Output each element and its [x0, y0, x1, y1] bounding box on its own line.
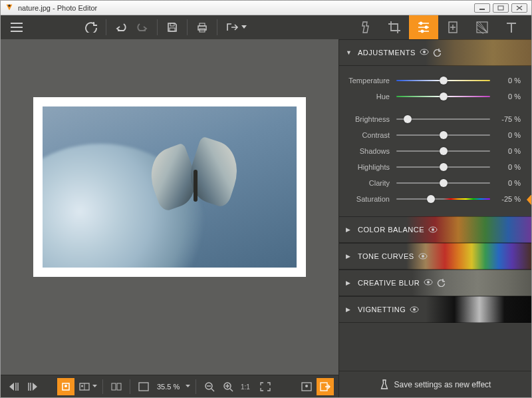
svg-rect-2 — [498, 6, 503, 10]
svg-point-24 — [305, 385, 308, 387]
svg-rect-17 — [112, 383, 116, 390]
save-as-effect-button[interactable]: Save settings as new effect — [339, 371, 531, 397]
collapse-icon: ▼ — [346, 49, 352, 56]
expand-icon: ▶ — [346, 280, 352, 286]
undo-button[interactable] — [112, 18, 130, 37]
slider-shadows[interactable]: Shadows 0 % — [339, 143, 522, 159]
slider-contrast[interactable]: Contrast 0 % — [339, 127, 522, 143]
tab-effects[interactable] — [350, 15, 380, 39]
svg-rect-19 — [139, 383, 148, 391]
window-title: nature.jpg - Photo Editor — [18, 4, 97, 12]
slider-hue[interactable]: Hue 0 % — [339, 89, 522, 104]
zoom-value[interactable]: 35.5 % — [153, 383, 184, 391]
expand-icon: ▶ — [346, 226, 352, 233]
svg-point-27 — [423, 51, 426, 53]
svg-point-14 — [65, 385, 67, 387]
fit-screen-button[interactable] — [135, 378, 152, 395]
view-single-button[interactable] — [57, 378, 74, 395]
expand-icon: ▶ — [346, 253, 352, 260]
section-vignetting[interactable]: ▶ VIGNETTING — [339, 296, 531, 323]
maximize-button[interactable] — [493, 3, 509, 13]
section-label: TONE CURVES — [358, 252, 414, 260]
save-button[interactable] — [163, 18, 182, 37]
next-image-button[interactable] — [24, 378, 41, 395]
export-button[interactable] — [223, 18, 241, 37]
eye-icon[interactable] — [418, 253, 428, 260]
slider-saturation[interactable]: Saturation -25 % — [339, 191, 522, 207]
slider-temperature[interactable]: Temperature 0 % — [339, 73, 522, 89]
zoom-in-button[interactable] — [219, 378, 237, 395]
top-toolbar — [1, 15, 531, 39]
slider-clarity[interactable]: Clarity 0 % — [339, 175, 522, 191]
redo-button[interactable] — [133, 18, 152, 37]
eye-icon[interactable] — [428, 226, 438, 233]
svg-point-35 — [413, 308, 416, 311]
adjust-panel: ▼ ADJUSTMENTS Temperature 0 % Hue 0 % — [338, 39, 531, 397]
titlebar: nature.jpg - Photo Editor — [1, 1, 531, 15]
adjustments-body: Temperature 0 % Hue 0 % Brightness -75 %… — [339, 66, 531, 216]
svg-point-8 — [420, 22, 423, 25]
close-button[interactable] — [511, 3, 527, 13]
view-split-button[interactable] — [108, 378, 125, 395]
svg-point-10 — [421, 30, 424, 33]
reset-icon[interactable] — [433, 49, 441, 57]
svg-point-29 — [432, 228, 434, 231]
menu-button[interactable] — [7, 18, 26, 37]
undo-all-button[interactable] — [82, 18, 100, 37]
expand-icon: ▶ — [346, 306, 352, 313]
tab-text[interactable] — [497, 15, 526, 39]
svg-text:1:1: 1:1 — [241, 383, 250, 391]
apply-in-button[interactable] — [298, 378, 315, 395]
section-tone-curves[interactable]: ▶ TONE CURVES — [339, 243, 531, 270]
section-label: ADJUSTMENTS — [358, 49, 416, 57]
app-icon — [5, 3, 14, 13]
section-creative-blur[interactable]: ▶ CREATIVE BLUR — [339, 270, 531, 296]
section-adjustments[interactable]: ▼ ADJUSTMENTS — [339, 39, 531, 66]
slider-brightness[interactable]: Brightness -75 % — [339, 111, 522, 127]
section-color-balance[interactable]: ▶ COLOR BALANCE — [339, 216, 531, 243]
bottom-toolbar: 35.5 % 1:1 — [1, 375, 338, 397]
svg-point-31 — [422, 255, 424, 258]
svg-point-0 — [8, 4, 11, 7]
section-label: VIGNETTING — [358, 305, 406, 313]
slider-highlights[interactable]: Highlights 0 % — [339, 159, 522, 175]
apply-out-button[interactable] — [317, 378, 334, 395]
canvas[interactable] — [1, 39, 338, 375]
zoom-fit-button[interactable] — [257, 378, 274, 395]
minimize-button[interactable] — [474, 3, 490, 13]
save-effect-label: Save settings as new effect — [394, 380, 491, 389]
export-dropdown-icon[interactable] — [240, 18, 248, 37]
svg-rect-1 — [479, 9, 485, 10]
svg-point-33 — [427, 281, 430, 284]
prev-image-button[interactable] — [5, 378, 23, 395]
tab-adjust[interactable] — [409, 15, 438, 39]
zoom-actual-button[interactable]: 1:1 — [238, 378, 255, 395]
eye-icon[interactable] — [420, 49, 429, 57]
svg-rect-18 — [117, 383, 121, 390]
flask-icon — [380, 379, 389, 390]
svg-point-9 — [425, 26, 428, 29]
print-button[interactable] — [193, 18, 211, 37]
section-label: CREATIVE BLUR — [358, 279, 420, 287]
eye-icon[interactable] — [410, 306, 419, 313]
view-compare-dropdown-icon[interactable] — [91, 378, 98, 395]
eye-icon[interactable] — [424, 279, 433, 287]
svg-point-16 — [81, 385, 83, 387]
section-label: COLOR BALANCE — [358, 226, 424, 234]
zoom-dropdown-icon[interactable] — [184, 378, 191, 395]
reset-icon[interactable] — [437, 279, 445, 287]
image-preview — [33, 97, 306, 277]
zoom-out-button[interactable] — [201, 378, 218, 395]
tab-crop[interactable] — [380, 15, 409, 39]
tab-presets[interactable] — [438, 15, 467, 39]
tab-texture[interactable] — [467, 15, 497, 39]
